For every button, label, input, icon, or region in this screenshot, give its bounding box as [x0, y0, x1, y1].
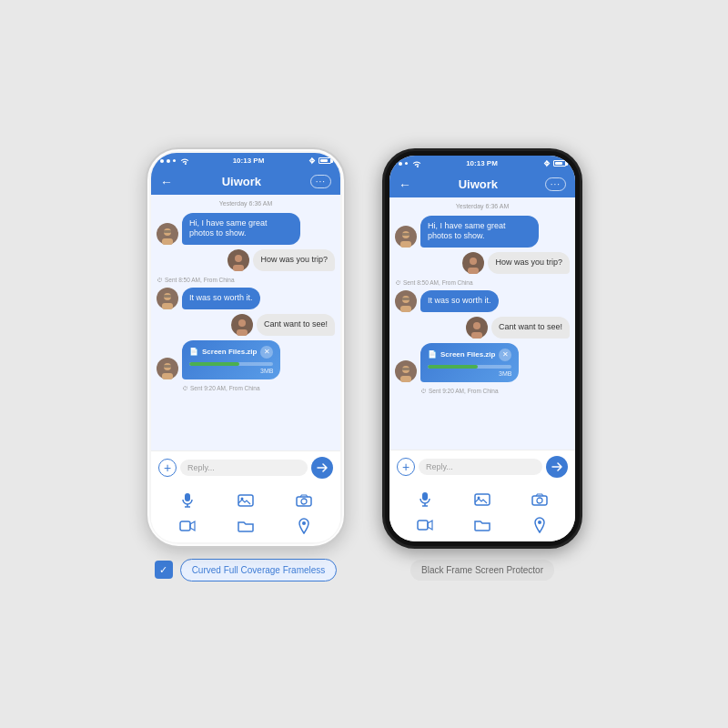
send-icon-left: [317, 462, 328, 473]
signal-dot2: [167, 159, 170, 163]
right-phone: 10:13 PM ←: [382, 148, 582, 549]
svg-rect-6: [233, 265, 244, 271]
folder-icon-left: [238, 520, 254, 532]
left-phone-wrapper: 10:13 PM ←: [146, 147, 346, 581]
chat-header-right: ← Uiwork ···: [389, 172, 575, 197]
avatar-leo-r2: [462, 252, 484, 274]
folder-button-right[interactable]: [456, 514, 510, 536]
plus-button-left[interactable]: +: [158, 459, 177, 477]
image-button-left[interactable]: [218, 490, 273, 511]
svg-rect-2: [162, 238, 173, 245]
video-icon-right: [417, 519, 433, 531]
bubble-1-left: Hi, I have same great photos to show.: [182, 213, 300, 245]
svg-rect-30: [402, 233, 410, 236]
svg-rect-44: [402, 368, 410, 370]
back-button-right[interactable]: ←: [399, 177, 411, 192]
microphone-icon-right: [419, 491, 431, 508]
location-button-left[interactable]: [277, 515, 331, 537]
chat-body-left: Yesterday 6:36 AM Hi, I have same great …: [151, 195, 340, 450]
message-row-5: 📄 Screen Files.zip ✕ 3MB: [157, 340, 335, 379]
status-right-icons-right: [542, 160, 566, 167]
location-button-right[interactable]: [512, 514, 566, 536]
svg-point-32: [470, 258, 477, 265]
camera-button-left[interactable]: [277, 490, 331, 511]
plus-button-right[interactable]: +: [397, 458, 415, 476]
sent-info-5-left: ⏱ Sent 9:20 AM, From China: [182, 385, 335, 391]
timestamp-right: Yesterday 6:36 AM: [395, 203, 570, 209]
svg-point-53: [538, 521, 541, 524]
sent-info-2-left: ⏱ Sent 8:50 AM, From China: [157, 277, 309, 283]
avatar-leo-left: [228, 249, 249, 271]
microphone-icon-left: [181, 492, 194, 509]
svg-rect-33: [468, 268, 479, 274]
message-row-1: Hi, I have same great photos to show.: [157, 213, 335, 245]
right-phone-wrapper: 10:13 PM ←: [382, 148, 582, 581]
svg-rect-25: [180, 521, 190, 531]
status-right-icons: [308, 157, 331, 165]
right-phone-screen: 10:13 PM ←: [389, 156, 575, 541]
microphone-button-left[interactable]: [160, 490, 215, 511]
chat-title-left: Uiwork: [222, 175, 261, 188]
input-area-right: + Reply...: [389, 450, 575, 483]
microphone-button-right[interactable]: [399, 489, 452, 511]
more-button-right[interactable]: ···: [545, 177, 566, 191]
signal-dot3: [173, 159, 176, 162]
avatar-leo2-left: [231, 314, 253, 336]
avatar-5-left: [157, 358, 178, 379]
bubble-r1: Hi, I have same great photos to show.: [420, 216, 539, 248]
message-row-3: It was so worth it.: [157, 288, 335, 309]
left-phone: 10:13 PM ←: [146, 147, 346, 548]
page-container: 10:13 PM ←: [0, 129, 728, 600]
folder-icon-right: [474, 519, 490, 531]
image-icon-right: [474, 493, 490, 506]
svg-point-26: [302, 521, 306, 525]
image-button-right[interactable]: [456, 489, 510, 511]
svg-point-39: [473, 322, 480, 329]
svg-point-12: [238, 319, 246, 327]
right-label: Black Frame Screen Protector: [410, 560, 554, 581]
location-icon-right: [534, 517, 545, 533]
file-size-right: 3MB: [428, 370, 511, 377]
send-button-right[interactable]: [546, 456, 568, 478]
reply-input-left[interactable]: Reply...: [180, 460, 308, 476]
svg-rect-3: [164, 230, 171, 233]
svg-rect-18: [185, 493, 190, 501]
video-button-left[interactable]: [160, 515, 215, 537]
signal-dot1: [160, 159, 164, 163]
reply-input-right[interactable]: Reply...: [419, 459, 542, 475]
chat-header-left: ← Uiwork ···: [151, 169, 340, 195]
wifi-icon: [180, 157, 189, 165]
camera-button-right[interactable]: [512, 489, 566, 511]
message-row-4: Cant want to see!: [157, 314, 335, 336]
folder-button-left[interactable]: [218, 515, 273, 537]
avatar-r3: [395, 290, 417, 312]
file-close-right[interactable]: ✕: [499, 349, 511, 361]
svg-rect-17: [164, 365, 171, 368]
message-row-2: How was you trip?: [157, 249, 335, 271]
sent-info-r5: ⏱ Sent 9:20 AM, From China: [420, 388, 570, 394]
send-button-left[interactable]: [311, 457, 333, 479]
file-close-left[interactable]: ✕: [260, 346, 273, 359]
video-button-right[interactable]: [399, 514, 452, 536]
message-row-r1: Hi, I have same great photos to show.: [395, 216, 570, 248]
bubble-3-left: It was so worth it.: [182, 288, 260, 309]
status-time-left: 10:13 PM: [233, 157, 265, 165]
status-bar-left: 10:13 PM: [151, 153, 340, 169]
image-icon-left: [238, 494, 254, 507]
left-label-row: ✓ Curved Full Coverage Frameless: [155, 559, 338, 581]
file-progress-right: [428, 365, 511, 369]
check-icon: ✓: [155, 561, 173, 579]
message-row-r4: Cant want to see!: [395, 317, 570, 339]
status-left-icons-right: [399, 160, 421, 167]
bottom-icons-right: [389, 483, 575, 541]
right-label-row: Black Frame Screen Protector: [410, 560, 554, 581]
more-button-left[interactable]: ···: [310, 175, 331, 188]
left-label: Curved Full Coverage Frameless: [180, 559, 338, 581]
chat-body-right: Yesterday 6:36 AM Hi, I have same great …: [389, 197, 575, 450]
svg-point-51: [537, 498, 542, 503]
back-button-left[interactable]: ←: [160, 175, 173, 189]
avatar-r1: [395, 226, 417, 248]
svg-rect-16: [162, 373, 173, 379]
avatar-r5: [395, 360, 417, 382]
bubble-r3: It was so worth it.: [420, 290, 499, 312]
